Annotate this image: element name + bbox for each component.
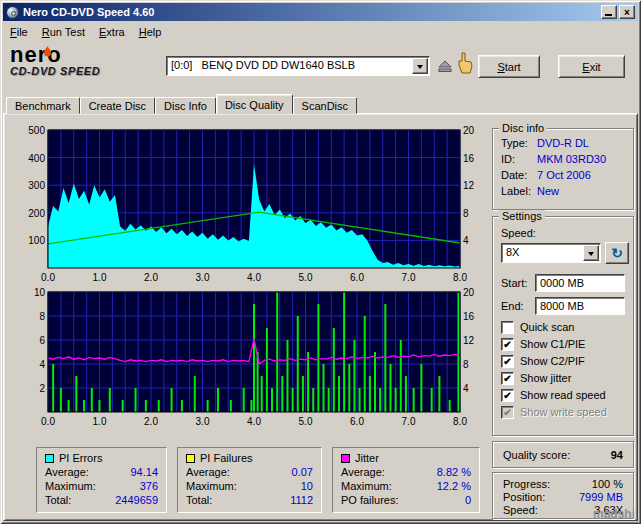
checkbox-box[interactable]: ✔ bbox=[501, 389, 514, 402]
checkbox-show-read-speed[interactable]: ✔ Show read speed bbox=[501, 388, 606, 402]
svg-text:400: 400 bbox=[28, 153, 45, 164]
stat-row: Total:1112 bbox=[186, 494, 313, 508]
svg-text:500: 500 bbox=[28, 125, 45, 136]
menu-file[interactable]: File bbox=[3, 24, 35, 40]
tabstrip: Benchmark Create Disc Disc Info Disc Qua… bbox=[6, 94, 357, 114]
svg-text:8: 8 bbox=[39, 311, 45, 322]
checkbox-box[interactable]: ✔ bbox=[501, 321, 514, 334]
hand-cursor-icon bbox=[456, 52, 474, 78]
eject-icon[interactable] bbox=[437, 58, 453, 76]
app-icon bbox=[6, 6, 19, 19]
svg-text:8.0: 8.0 bbox=[453, 272, 467, 283]
watermark-text: madshi bbox=[593, 507, 635, 521]
tab-disc-quality[interactable]: Disc Quality bbox=[216, 94, 293, 114]
drive-select-value: [0:0] BENQ DVD DD DW1640 BSLB bbox=[167, 57, 411, 75]
tab-benchmark[interactable]: Benchmark bbox=[6, 97, 80, 114]
menu-extra[interactable]: Extra bbox=[92, 24, 132, 40]
svg-text:12: 12 bbox=[463, 180, 475, 191]
svg-text:7.0: 7.0 bbox=[402, 272, 416, 283]
svg-text:4.0: 4.0 bbox=[247, 272, 261, 283]
svg-text:4: 4 bbox=[463, 235, 469, 246]
svg-text:0.0: 0.0 bbox=[41, 272, 55, 283]
svg-text:20: 20 bbox=[463, 287, 475, 298]
tab-scandisc[interactable]: ScanDisc bbox=[293, 97, 357, 114]
checkbox-show-c2-pif[interactable]: ✔ Show C2/PIF bbox=[501, 354, 585, 368]
end-position-field[interactable]: 8000 MB bbox=[535, 297, 625, 315]
checkbox-box[interactable]: ✔ bbox=[501, 338, 514, 351]
nero-brand-text: nero bbox=[10, 44, 62, 65]
speed-select[interactable]: 8X bbox=[501, 243, 601, 263]
pi-failures-jitter-chart: 108642201612840.01.02.03.04.05.06.07.08.… bbox=[4, 286, 486, 434]
svg-text:5.0: 5.0 bbox=[299, 416, 313, 427]
stat-row: PO failures:0 bbox=[341, 494, 471, 508]
checkbox-box[interactable]: ✔ bbox=[501, 355, 514, 368]
stat-row: Maximum:12.2 % bbox=[341, 480, 471, 494]
start-position-label: Start: bbox=[501, 277, 527, 289]
pi-failures-summary-panel: PI Failures Average:0.07 Maximum:10 Tota… bbox=[177, 447, 322, 513]
jitter-summary-panel: Jitter Average:8.82 % Maximum:12.2 % PO … bbox=[332, 447, 480, 513]
checkbox-quick-scan[interactable]: ✔ Quick scan bbox=[501, 320, 574, 334]
svg-text:8: 8 bbox=[463, 359, 469, 370]
svg-text:20: 20 bbox=[463, 125, 475, 136]
svg-text:12: 12 bbox=[463, 335, 475, 346]
stat-row: Maximum:376 bbox=[45, 480, 158, 494]
exit-button[interactable]: Exit bbox=[558, 55, 625, 78]
menu-help[interactable]: Help bbox=[132, 24, 169, 40]
dropdown-arrow-icon[interactable] bbox=[583, 245, 599, 261]
svg-text:3.0: 3.0 bbox=[196, 272, 210, 283]
disc-label-row: Label:New bbox=[501, 185, 627, 199]
speed-select-value: 8X bbox=[502, 244, 582, 262]
svg-text:100: 100 bbox=[28, 235, 45, 246]
stat-row: Maximum:10 bbox=[186, 480, 313, 494]
window-title: Nero CD-DVD Speed 4.60 bbox=[23, 6, 154, 18]
quality-score-value: 94 bbox=[611, 449, 623, 461]
jitter-title: Jitter bbox=[355, 452, 379, 464]
svg-text:2: 2 bbox=[39, 383, 45, 394]
refresh-speeds-button[interactable]: ↻ bbox=[605, 242, 629, 264]
titlebar[interactable]: Nero CD-DVD Speed 4.60 × bbox=[3, 3, 638, 21]
disc-info-legend: Disc info bbox=[499, 122, 547, 134]
end-position-label: End: bbox=[501, 300, 524, 312]
checkbox-show-jitter[interactable]: ✔ Show jitter bbox=[501, 371, 571, 385]
disc-type-row: Type:DVD-R DL bbox=[501, 137, 627, 151]
svg-text:4: 4 bbox=[39, 359, 45, 370]
nero-logo: nero CD-DVD SPEED bbox=[10, 44, 165, 77]
svg-text:4: 4 bbox=[463, 383, 469, 394]
pi-failures-title: PI Failures bbox=[200, 452, 253, 464]
speed-label: Speed: bbox=[501, 227, 536, 239]
svg-text:300: 300 bbox=[28, 180, 45, 191]
svg-text:200: 200 bbox=[28, 208, 45, 219]
start-button[interactable]: Start bbox=[478, 55, 540, 78]
stat-row: Average:0.07 bbox=[186, 466, 313, 480]
close-icon: × bbox=[624, 7, 630, 18]
dropdown-arrow-icon[interactable] bbox=[412, 58, 428, 74]
refresh-icon: ↻ bbox=[611, 245, 623, 261]
svg-text:8.0: 8.0 bbox=[453, 416, 467, 427]
svg-text:16: 16 bbox=[463, 153, 475, 164]
tab-disc-info[interactable]: Disc Info bbox=[155, 97, 216, 114]
svg-text:5.0: 5.0 bbox=[299, 272, 313, 283]
svg-text:2.0: 2.0 bbox=[144, 416, 158, 427]
disc-date-row: Date:7 Oct 2006 bbox=[501, 169, 627, 183]
pi-errors-color-swatch bbox=[45, 454, 54, 463]
svg-text:1.0: 1.0 bbox=[93, 272, 107, 283]
pi-errors-chart: 500400300200100201612840.01.02.03.04.05.… bbox=[4, 124, 486, 284]
checkbox-box: ✔ bbox=[501, 406, 514, 419]
menubar: File Run Test Extra Help bbox=[3, 22, 638, 41]
quality-score-label: Quality score: bbox=[503, 449, 570, 461]
tab-create-disc[interactable]: Create Disc bbox=[80, 97, 155, 114]
start-position-field[interactable]: 0000 MB bbox=[535, 274, 625, 292]
pi-errors-summary-panel: PI Errors Average:94.14 Maximum:376 Tota… bbox=[36, 447, 167, 513]
svg-text:1.0: 1.0 bbox=[93, 416, 107, 427]
checkbox-show-c1-pie[interactable]: ✔ Show C1/PIE bbox=[501, 337, 585, 351]
drive-select[interactable]: [0:0] BENQ DVD DD DW1640 BSLB bbox=[166, 56, 430, 76]
minimize-button[interactable] bbox=[601, 5, 617, 19]
close-button[interactable]: × bbox=[619, 5, 635, 19]
pi-failures-color-swatch bbox=[186, 454, 195, 463]
settings-legend: Settings bbox=[499, 210, 545, 222]
svg-text:3.0: 3.0 bbox=[196, 416, 210, 427]
position-row: Position:7999 MB bbox=[503, 491, 623, 504]
pi-errors-title: PI Errors bbox=[59, 452, 102, 464]
checkbox-box[interactable]: ✔ bbox=[501, 372, 514, 385]
menu-run-test[interactable]: Run Test bbox=[35, 24, 92, 40]
